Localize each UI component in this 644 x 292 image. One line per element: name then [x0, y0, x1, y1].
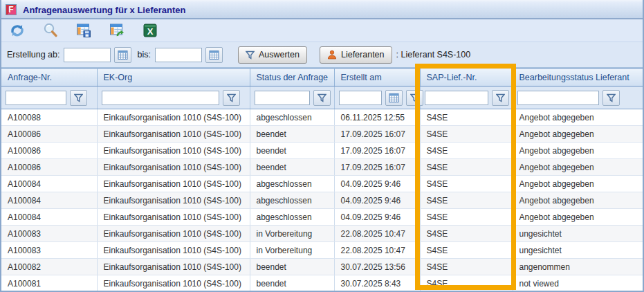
- erstellung-ab-input[interactable]: [64, 48, 111, 62]
- cell[interactable]: A100083: [1, 226, 97, 242]
- cell[interactable]: 04.09.2025 9:46: [334, 176, 420, 192]
- cell[interactable]: beendet: [250, 259, 334, 275]
- cell[interactable]: ungesichtet: [513, 242, 643, 259]
- cell[interactable]: Angebot abgegeben: [513, 176, 643, 192]
- cell[interactable]: in Vorbereitung: [250, 242, 334, 259]
- filter-input-bearbeitungsstatus[interactable]: [517, 91, 599, 105]
- filter-input-anfrage-nr[interactable]: [6, 91, 66, 105]
- excel-export-icon[interactable]: X: [141, 21, 159, 39]
- auswerten-button[interactable]: Auswerten: [238, 46, 307, 64]
- cell[interactable]: Einkaufsorganisation 1010 (S4S-100): [97, 109, 250, 126]
- table-row[interactable]: A100082Einkaufsorganisation 1010 (S4S-10…: [1, 259, 643, 275]
- cell[interactable]: 22.08.2025 10:47: [334, 226, 420, 242]
- cell[interactable]: A100081: [1, 275, 97, 292]
- filter-input-status[interactable]: [255, 91, 310, 105]
- table-row[interactable]: A100081Einkaufsorganisation 1010 (S4S-10…: [1, 275, 643, 292]
- cell[interactable]: A100086: [1, 126, 97, 143]
- cell[interactable]: Einkaufsorganisation 1010 (S4S-100): [97, 143, 250, 159]
- cell[interactable]: beendet: [250, 159, 334, 176]
- cell[interactable]: Einkaufsorganisation 1010 (S4S-100): [97, 176, 250, 192]
- cell[interactable]: Angebot abgegeben: [513, 109, 643, 126]
- cell[interactable]: 04.09.2025 9:46: [334, 192, 420, 209]
- table-row[interactable]: A100088Einkaufsorganisation 1010 (S4S-10…: [1, 109, 643, 126]
- cell[interactable]: A100084: [1, 192, 97, 209]
- cell[interactable]: A100084: [1, 176, 97, 192]
- filter-funnel-icon[interactable]: [602, 90, 620, 106]
- table-row[interactable]: A100083Einkaufsorganisation 1010 (S4S-10…: [1, 226, 643, 242]
- cell[interactable]: Einkaufsorganisation 1010 (S4S-100): [97, 275, 250, 292]
- cell[interactable]: Einkaufsorganisation 1010 (S4S-100): [97, 259, 250, 275]
- cell[interactable]: S4SE: [420, 109, 513, 126]
- cell[interactable]: S4SE: [420, 242, 513, 259]
- cell[interactable]: Angebot abgegeben: [513, 143, 643, 159]
- filter-funnel-icon[interactable]: [406, 90, 423, 106]
- filter-input-sap-lief-nr[interactable]: [425, 91, 488, 105]
- filter-funnel-icon[interactable]: [223, 90, 240, 106]
- cell[interactable]: S4SE: [420, 275, 513, 292]
- filter-funnel-icon[interactable]: [492, 90, 509, 106]
- cell[interactable]: Einkaufsorganisation 1010 (S4S-100): [97, 242, 250, 259]
- calendar-icon[interactable]: [385, 90, 403, 106]
- cell[interactable]: A100088: [1, 109, 97, 126]
- cell[interactable]: beendet: [250, 143, 334, 159]
- table-row[interactable]: A100083Einkaufsorganisation 1010 (S4S-10…: [1, 242, 643, 259]
- table-row[interactable]: A100084Einkaufsorganisation 1010 (S4S-10…: [1, 176, 643, 192]
- cell[interactable]: not viewed: [513, 275, 643, 292]
- cell[interactable]: S4SE: [420, 176, 513, 192]
- cell[interactable]: A100084: [1, 209, 97, 226]
- cell[interactable]: S4SE: [420, 226, 513, 242]
- table-row[interactable]: A100086Einkaufsorganisation 1010 (S4S-10…: [1, 126, 643, 143]
- table-row[interactable]: A100084Einkaufsorganisation 1010 (S4S-10…: [1, 209, 643, 226]
- cell[interactable]: 30.07.2025 13:56: [334, 259, 420, 275]
- cell[interactable]: A100083: [1, 242, 97, 259]
- filter-funnel-icon[interactable]: [70, 90, 87, 106]
- filter-input-erstellt-am[interactable]: [339, 91, 382, 105]
- lieferanten-button[interactable]: Lieferanten: [320, 46, 392, 64]
- cell[interactable]: 30.07.2025 8:43: [334, 275, 420, 292]
- cell[interactable]: S4SE: [420, 192, 513, 209]
- cell[interactable]: in Vorbereitung: [250, 226, 334, 242]
- cell[interactable]: 06.11.2025 12:55: [334, 109, 420, 126]
- cell[interactable]: Einkaufsorganisation 1010 (S4S-100): [97, 209, 250, 226]
- table-row[interactable]: A100086Einkaufsorganisation 1010 (S4S-10…: [1, 159, 643, 176]
- refresh-icon[interactable]: [8, 21, 26, 39]
- cell[interactable]: 04.09.2025 9:46: [334, 209, 420, 226]
- cell[interactable]: abgeschlossen: [250, 176, 334, 192]
- cell[interactable]: Angebot abgegeben: [513, 209, 643, 226]
- column-header-status-der-anfrage[interactable]: Status der Anfrage: [250, 69, 334, 86]
- column-header-bearbeitungsstatus[interactable]: Bearbeitungsstatus Lieferant: [513, 69, 643, 86]
- cell[interactable]: beendet: [250, 126, 334, 143]
- cell[interactable]: ungesichtet: [513, 226, 643, 242]
- filter-funnel-icon[interactable]: [313, 90, 331, 106]
- cell[interactable]: S4SE: [420, 259, 513, 275]
- save-table-layout-icon[interactable]: [75, 21, 93, 39]
- cell[interactable]: S4SE: [420, 143, 513, 159]
- column-header-anfrage-nr[interactable]: Anfrage-Nr.: [1, 69, 97, 86]
- cell[interactable]: abgeschlossen: [250, 109, 334, 126]
- cell[interactable]: abgeschlossen: [250, 209, 334, 226]
- cell[interactable]: Einkaufsorganisation 1010 (S4S-100): [97, 192, 250, 209]
- cell[interactable]: 17.09.2025 16:07: [334, 143, 420, 159]
- cell[interactable]: A100082: [1, 259, 97, 275]
- cell[interactable]: Angebot abgegeben: [513, 159, 643, 176]
- table-row[interactable]: A100086Einkaufsorganisation 1010 (S4S-10…: [1, 143, 643, 159]
- cell[interactable]: angenommen: [513, 259, 643, 275]
- search-icon[interactable]: [42, 21, 59, 39]
- bis-input[interactable]: [155, 48, 202, 62]
- cell[interactable]: S4SE: [420, 209, 513, 226]
- cell[interactable]: Einkaufsorganisation 1010 (S4S-100): [97, 226, 250, 242]
- cell[interactable]: abgeschlossen: [250, 192, 334, 209]
- column-header-sap-lief-nr[interactable]: SAP-Lief.-Nr.: [420, 69, 513, 86]
- cell[interactable]: S4SE: [420, 159, 513, 176]
- cell[interactable]: 22.08.2025 10:47: [334, 242, 420, 259]
- cell[interactable]: beendet: [250, 275, 334, 292]
- export-table-layout-icon[interactable]: [108, 21, 126, 39]
- column-header-ek-org[interactable]: EK-Org: [97, 69, 250, 86]
- filter-input-ek-org[interactable]: [102, 91, 219, 105]
- cell[interactable]: Einkaufsorganisation 1010 (S4S-100): [97, 126, 250, 143]
- cell[interactable]: 17.09.2025 16:07: [334, 159, 420, 176]
- cell[interactable]: A100086: [1, 159, 97, 176]
- cell[interactable]: S4SE: [420, 126, 513, 143]
- table-row[interactable]: A100084Einkaufsorganisation 1010 (S4S-10…: [1, 192, 643, 209]
- cell[interactable]: Angebot abgegeben: [513, 192, 643, 209]
